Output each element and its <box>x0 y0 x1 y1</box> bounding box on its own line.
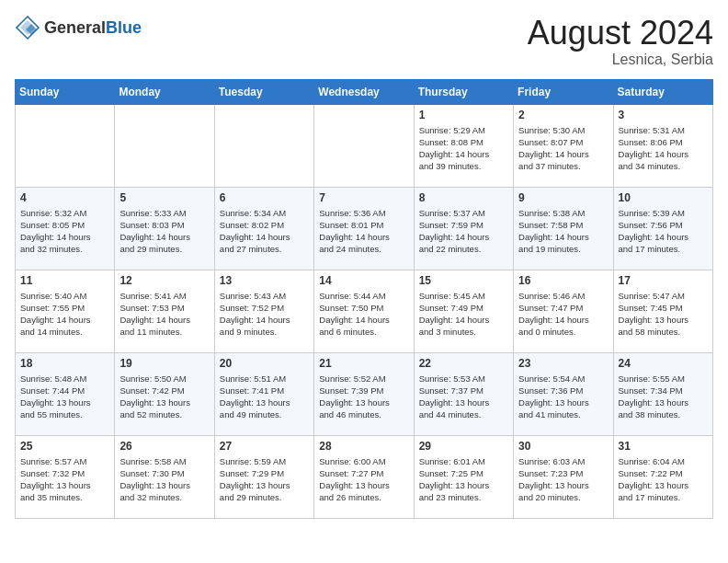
day-number: 10 <box>619 191 708 204</box>
calendar-cell: 12Sunrise: 5:41 AM Sunset: 7:53 PM Dayli… <box>115 270 214 352</box>
calendar-cell: 13Sunrise: 5:43 AM Sunset: 7:52 PM Dayli… <box>214 270 313 352</box>
calendar-week-row: 4Sunrise: 5:32 AM Sunset: 8:05 PM Daylig… <box>16 187 713 270</box>
day-info: Sunrise: 5:31 AM Sunset: 8:06 PM Dayligh… <box>619 124 708 173</box>
calendar-cell <box>214 104 313 187</box>
day-info: Sunrise: 5:46 AM Sunset: 7:47 PM Dayligh… <box>518 290 608 339</box>
logo-icon <box>15 15 40 40</box>
day-info: Sunrise: 5:59 AM Sunset: 7:29 PM Dayligh… <box>220 455 309 504</box>
page-header: GeneralBlue August 2024 Lesnica, Serbia <box>15 15 713 68</box>
day-number: 7 <box>319 191 408 204</box>
day-number: 22 <box>419 357 508 370</box>
calendar-cell: 1Sunrise: 5:29 AM Sunset: 8:08 PM Daylig… <box>414 104 513 187</box>
day-number: 12 <box>119 274 209 287</box>
day-info: Sunrise: 5:33 AM Sunset: 8:03 PM Dayligh… <box>119 207 209 256</box>
day-number: 20 <box>220 357 309 370</box>
day-of-week-header: Wednesday <box>314 79 414 104</box>
day-info: Sunrise: 5:44 AM Sunset: 7:50 PM Dayligh… <box>319 290 408 339</box>
day-info: Sunrise: 5:58 AM Sunset: 7:30 PM Dayligh… <box>119 455 209 504</box>
day-info: Sunrise: 5:47 AM Sunset: 7:45 PM Dayligh… <box>619 290 708 339</box>
calendar-cell: 4Sunrise: 5:32 AM Sunset: 8:05 PM Daylig… <box>16 187 115 270</box>
calendar-cell: 16Sunrise: 5:46 AM Sunset: 7:47 PM Dayli… <box>514 270 613 352</box>
day-number: 19 <box>119 357 209 370</box>
day-number: 23 <box>518 357 608 370</box>
calendar-cell: 20Sunrise: 5:51 AM Sunset: 7:41 PM Dayli… <box>214 352 313 435</box>
calendar-cell: 23Sunrise: 5:54 AM Sunset: 7:36 PM Dayli… <box>514 352 613 435</box>
day-info: Sunrise: 5:50 AM Sunset: 7:42 PM Dayligh… <box>119 373 209 421</box>
day-info: Sunrise: 5:57 AM Sunset: 7:32 PM Dayligh… <box>20 455 109 504</box>
day-number: 15 <box>419 274 508 287</box>
day-number: 3 <box>619 109 708 121</box>
calendar-cell: 29Sunrise: 6:01 AM Sunset: 7:25 PM Dayli… <box>414 435 513 518</box>
calendar-week-row: 18Sunrise: 5:48 AM Sunset: 7:44 PM Dayli… <box>16 352 713 435</box>
day-number: 9 <box>518 191 608 204</box>
day-info: Sunrise: 5:32 AM Sunset: 8:05 PM Dayligh… <box>20 207 109 256</box>
day-info: Sunrise: 5:36 AM Sunset: 8:01 PM Dayligh… <box>319 207 408 256</box>
calendar-cell: 15Sunrise: 5:45 AM Sunset: 7:49 PM Dayli… <box>414 270 513 352</box>
calendar-cell: 9Sunrise: 5:38 AM Sunset: 7:58 PM Daylig… <box>514 187 613 270</box>
calendar-cell: 19Sunrise: 5:50 AM Sunset: 7:42 PM Dayli… <box>115 352 214 435</box>
day-info: Sunrise: 5:52 AM Sunset: 7:39 PM Dayligh… <box>319 373 408 421</box>
day-of-week-header: Friday <box>514 79 613 104</box>
day-info: Sunrise: 6:03 AM Sunset: 7:23 PM Dayligh… <box>518 455 608 504</box>
calendar-week-row: 1Sunrise: 5:29 AM Sunset: 8:08 PM Daylig… <box>16 104 713 187</box>
calendar-cell: 7Sunrise: 5:36 AM Sunset: 8:01 PM Daylig… <box>314 187 414 270</box>
calendar-body: 1Sunrise: 5:29 AM Sunset: 8:08 PM Daylig… <box>16 104 713 518</box>
calendar-cell: 22Sunrise: 5:53 AM Sunset: 7:37 PM Dayli… <box>414 352 513 435</box>
calendar-cell <box>314 104 414 187</box>
day-info: Sunrise: 5:34 AM Sunset: 8:02 PM Dayligh… <box>220 207 309 256</box>
day-number: 17 <box>619 274 708 287</box>
calendar-cell: 28Sunrise: 6:00 AM Sunset: 7:27 PM Dayli… <box>314 435 414 518</box>
calendar-cell: 26Sunrise: 5:58 AM Sunset: 7:30 PM Dayli… <box>115 435 214 518</box>
calendar-cell: 10Sunrise: 5:39 AM Sunset: 7:56 PM Dayli… <box>613 187 712 270</box>
calendar-cell: 21Sunrise: 5:52 AM Sunset: 7:39 PM Dayli… <box>314 352 414 435</box>
month-year-title: August 2024 <box>528 15 713 52</box>
calendar-cell: 5Sunrise: 5:33 AM Sunset: 8:03 PM Daylig… <box>115 187 214 270</box>
day-info: Sunrise: 5:43 AM Sunset: 7:52 PM Dayligh… <box>220 290 309 339</box>
calendar-cell: 25Sunrise: 5:57 AM Sunset: 7:32 PM Dayli… <box>16 435 115 518</box>
day-number: 2 <box>518 109 608 121</box>
day-number: 6 <box>220 191 309 204</box>
calendar-cell: 24Sunrise: 5:55 AM Sunset: 7:34 PM Dayli… <box>613 352 712 435</box>
calendar-cell: 27Sunrise: 5:59 AM Sunset: 7:29 PM Dayli… <box>214 435 313 518</box>
day-of-week-header: Tuesday <box>214 79 313 104</box>
day-number: 1 <box>419 109 508 121</box>
calendar-week-row: 11Sunrise: 5:40 AM Sunset: 7:55 PM Dayli… <box>16 270 713 352</box>
calendar-table: SundayMondayTuesdayWednesdayThursdayFrid… <box>15 79 713 519</box>
day-number: 11 <box>20 274 109 287</box>
day-info: Sunrise: 5:54 AM Sunset: 7:36 PM Dayligh… <box>518 373 608 421</box>
day-info: Sunrise: 5:45 AM Sunset: 7:49 PM Dayligh… <box>419 290 508 339</box>
day-info: Sunrise: 5:30 AM Sunset: 8:07 PM Dayligh… <box>518 124 608 173</box>
day-number: 31 <box>619 440 708 453</box>
logo: GeneralBlue <box>15 15 142 40</box>
day-info: Sunrise: 6:01 AM Sunset: 7:25 PM Dayligh… <box>419 455 508 504</box>
day-number: 26 <box>119 440 209 453</box>
day-number: 16 <box>518 274 608 287</box>
day-info: Sunrise: 5:29 AM Sunset: 8:08 PM Dayligh… <box>419 124 508 173</box>
calendar-cell: 3Sunrise: 5:31 AM Sunset: 8:06 PM Daylig… <box>613 104 712 187</box>
calendar-cell: 11Sunrise: 5:40 AM Sunset: 7:55 PM Dayli… <box>16 270 115 352</box>
day-number: 24 <box>619 357 708 370</box>
calendar-cell: 17Sunrise: 5:47 AM Sunset: 7:45 PM Dayli… <box>613 270 712 352</box>
day-number: 30 <box>518 440 608 453</box>
day-of-week-header: Saturday <box>613 79 712 104</box>
location-subtitle: Lesnica, Serbia <box>528 52 713 68</box>
day-number: 4 <box>20 191 109 204</box>
calendar-header-row: SundayMondayTuesdayWednesdayThursdayFrid… <box>16 79 713 104</box>
day-info: Sunrise: 5:41 AM Sunset: 7:53 PM Dayligh… <box>119 290 209 339</box>
day-number: 13 <box>220 274 309 287</box>
day-number: 21 <box>319 357 408 370</box>
calendar-cell: 18Sunrise: 5:48 AM Sunset: 7:44 PM Dayli… <box>16 352 115 435</box>
logo-text-blue: Blue <box>106 18 142 37</box>
logo-text-general: General <box>44 18 106 37</box>
day-number: 25 <box>20 440 109 453</box>
day-number: 27 <box>220 440 309 453</box>
day-info: Sunrise: 5:53 AM Sunset: 7:37 PM Dayligh… <box>419 373 508 421</box>
title-area: August 2024 Lesnica, Serbia <box>528 15 713 68</box>
day-info: Sunrise: 5:39 AM Sunset: 7:56 PM Dayligh… <box>619 207 708 256</box>
day-number: 14 <box>319 274 408 287</box>
day-number: 28 <box>319 440 408 453</box>
day-info: Sunrise: 5:51 AM Sunset: 7:41 PM Dayligh… <box>220 373 309 421</box>
calendar-cell <box>16 104 115 187</box>
day-number: 18 <box>20 357 109 370</box>
calendar-cell: 14Sunrise: 5:44 AM Sunset: 7:50 PM Dayli… <box>314 270 414 352</box>
